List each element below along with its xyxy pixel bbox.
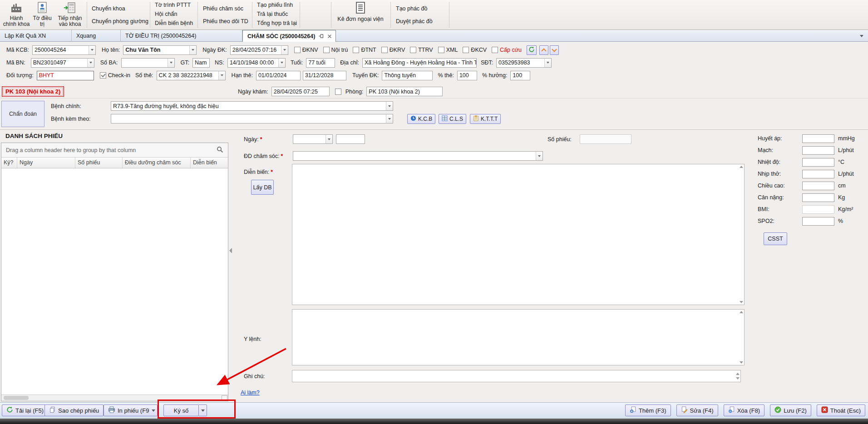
chevron-down-icon[interactable]: [89, 46, 95, 54]
pct-huong-field[interactable]: 100: [510, 71, 530, 80]
hscrollbar-thumb[interactable]: [4, 396, 29, 400]
checkbox-ttrv[interactable]: TTRV: [410, 47, 433, 53]
room-badge[interactable]: PK 103 (Nội khoa 2): [2, 86, 64, 97]
mach-field[interactable]: [802, 146, 834, 155]
tab-xquang[interactable]: Xquang: [72, 30, 121, 42]
in-phieu-button[interactable]: In phiếu (F9): [104, 404, 156, 416]
ribbon-tong-hop-tra-lai[interactable]: Tổng hợp trả lại: [257, 20, 297, 26]
ribbon-chuyen-phong-giuong[interactable]: Chuyển phòng giường: [92, 18, 148, 25]
checkbox-cap-cuu[interactable]: Cấp cứu: [492, 47, 522, 53]
chevron-down-icon[interactable]: [326, 135, 332, 143]
column-header-ky[interactable]: Ký?: [1, 158, 17, 168]
ribbon-ke-don-ngoai-vien[interactable]: Kê đơn ngoại viện: [335, 1, 385, 22]
ribbon-hoi-chan[interactable]: Hội chẩn: [155, 11, 177, 17]
ribbon-dien-bien-benh[interactable]: Diễn biến bệnh: [155, 20, 193, 26]
move-up-button[interactable]: [539, 45, 548, 55]
scroll-up-icon[interactable]: [740, 166, 743, 168]
kcb-button[interactable]: K.C.B: [407, 114, 435, 124]
ribbon-tao-phac-do[interactable]: Tạo phác đồ: [396, 5, 428, 12]
chevron-down-icon[interactable]: [87, 59, 94, 67]
tab-cham-soc-active[interactable]: CHĂM SÓC (2500045264): [242, 30, 336, 42]
column-header-dien-bien[interactable]: Diễn biến: [191, 158, 228, 168]
lay-db-button[interactable]: Lấy DB: [251, 180, 274, 195]
ribbon-hanh-chinh-khoa[interactable]: Hành chính khoa: [3, 1, 30, 29]
grid-group-panel[interactable]: Drag a column header here to group by th…: [1, 143, 228, 158]
doi-tuong-field[interactable]: BHYT: [37, 71, 94, 80]
ribbon-phieu-theo-doi[interactable]: Phiếu theo dõi TD: [203, 18, 248, 25]
checkbox-dknv[interactable]: ĐKNV: [294, 47, 318, 53]
huyet-ap-field[interactable]: [802, 134, 834, 143]
dia-chi-field[interactable]: Xã Hoằng Đông - Huyện Hoằng Hóa - Tỉnh T: [362, 58, 477, 68]
han-the-to-field[interactable]: 31/12/2028: [303, 71, 346, 80]
ribbon-to-dieu-tri[interactable]: Tờ điều trị: [30, 1, 54, 29]
benh-kem-theo-combo[interactable]: [111, 114, 393, 123]
can-nang-field[interactable]: [802, 193, 834, 202]
checkbox-dkrv[interactable]: ĐKRV: [381, 47, 405, 53]
ns-combo[interactable]: 14/10/1948 00:00: [227, 58, 286, 68]
chevron-down-icon[interactable]: [544, 59, 551, 67]
y-lenh-textarea[interactable]: [292, 309, 745, 365]
dien-bien-textarea[interactable]: [292, 164, 745, 305]
them-button[interactable]: Thêm (F3): [625, 404, 671, 416]
ribbon-tao-phieu-linh[interactable]: Tạo phiếu lĩnh: [257, 2, 293, 8]
sao-chep-phieu-button[interactable]: Sao chép phiếu: [44, 404, 104, 416]
sdt-combo[interactable]: 0352953983: [496, 58, 552, 68]
column-header-ngay[interactable]: Ngày: [17, 158, 75, 168]
pct-the-field[interactable]: 100: [457, 71, 477, 80]
scroll-up-icon[interactable]: [740, 311, 743, 313]
ghi-chu-input[interactable]: [292, 370, 741, 382]
ribbon-chuyen-khoa[interactable]: Chuyển khoa: [92, 5, 125, 12]
ma-bn-combo[interactable]: BN23010497: [31, 58, 94, 68]
benh-chinh-combo[interactable]: R73.9-Tăng đường huyết, không đặc hiệu: [111, 101, 393, 111]
ribbon-tra-lai-thuoc[interactable]: Trả lại thuốc: [257, 11, 288, 17]
tai-lai-button[interactable]: Tải lại (F5): [2, 404, 48, 416]
nhip-tho-field[interactable]: [802, 170, 834, 178]
sua-button[interactable]: Sửa (F4): [676, 404, 718, 416]
ngay-date-combo[interactable]: [293, 134, 333, 144]
nhiet-do-field[interactable]: [802, 158, 834, 167]
checkbox-check-in[interactable]: Check-in: [100, 72, 130, 79]
checkbox-dkcv[interactable]: ĐKCV: [463, 47, 487, 53]
csst-button[interactable]: CSST: [764, 232, 787, 245]
checkbox-noi-tru[interactable]: Nội trú: [323, 47, 348, 53]
chevron-down-icon[interactable]: [168, 59, 174, 67]
tuyen-dk-field[interactable]: Thông tuyến: [382, 71, 433, 80]
ky-so-dropdown-icon[interactable]: [199, 404, 207, 416]
tab-list-dropdown-icon[interactable]: [858, 32, 865, 39]
splitter-collapse-icon[interactable]: [229, 248, 232, 253]
kttt-button[interactable]: K.T.T.T: [470, 114, 501, 124]
search-icon[interactable]: [217, 146, 223, 154]
move-down-button[interactable]: [550, 45, 559, 55]
close-tab-icon[interactable]: [327, 34, 332, 39]
column-header-so-phieu[interactable]: Số phiếu: [75, 158, 123, 168]
thoat-button[interactable]: Thoát (Esc): [817, 404, 865, 416]
chevron-down-icon[interactable]: [536, 152, 542, 160]
ribbon-tiep-nhan-vao-khoa[interactable]: Tiếp nhận vào khoa: [55, 1, 84, 29]
ribbon-phieu-cham-soc[interactable]: Phiếu chăm sóc: [203, 5, 243, 12]
ribbon-to-trinh-pttt[interactable]: Tờ trình PTTT: [155, 2, 191, 8]
chevron-down-icon[interactable]: [218, 71, 225, 80]
chevron-down-icon[interactable]: [189, 46, 196, 54]
ngay-time-field[interactable]: [336, 134, 365, 144]
grid-hscrollbar[interactable]: [1, 394, 228, 401]
column-header-dieu-duong[interactable]: Điều dưỡng chăm sóc: [123, 158, 191, 168]
so-ba-combo[interactable]: [121, 58, 175, 68]
scroll-down-icon[interactable]: [740, 301, 743, 303]
chevron-down-icon[interactable]: [281, 46, 288, 54]
ai-lam-link[interactable]: Ai làm?: [241, 389, 260, 396]
ho-ten-combo[interactable]: Chu Văn Tôn: [123, 45, 197, 55]
spinner-up-icon[interactable]: [736, 373, 740, 375]
xoa-button[interactable]: Xóa (F8): [724, 404, 765, 416]
ribbon-duyet-phac-do[interactable]: Duyệt phác đồ: [396, 18, 433, 25]
phong-field[interactable]: PK 103 (Nội khoa 2): [366, 87, 443, 96]
chieu-cao-field[interactable]: [802, 182, 834, 190]
gt-field[interactable]: Nam: [192, 58, 210, 68]
chevron-down-icon[interactable]: [278, 59, 285, 67]
cls-button[interactable]: C.L.S: [439, 114, 466, 124]
han-the-from-field[interactable]: 01/01/2024: [256, 71, 301, 80]
dd-cham-soc-combo[interactable]: [293, 151, 543, 161]
grid-customize-button[interactable]: [222, 395, 227, 401]
pin-icon[interactable]: [319, 34, 324, 39]
in-phieu-dropdown-icon[interactable]: [149, 404, 158, 416]
chevron-down-icon[interactable]: [386, 114, 393, 123]
